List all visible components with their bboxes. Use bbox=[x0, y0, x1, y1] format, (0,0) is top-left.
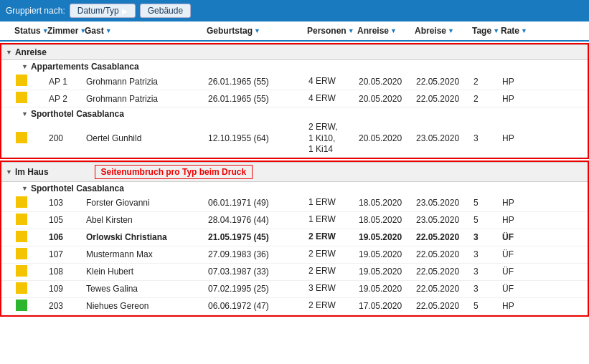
col-tage[interactable]: Tage ▼ bbox=[472, 26, 501, 36]
table-row[interactable]: 200 Oertel Gunhild 12.10.1955 (64) 2 ERW… bbox=[1, 120, 588, 158]
row-geburtstag: 07.02.1995 (25) bbox=[208, 284, 308, 294]
subsection-sporthotel-anreise-collapse-icon[interactable]: ▼ bbox=[22, 110, 28, 118]
row-rate: HP bbox=[502, 133, 531, 143]
subsection-sporthotel-imhaus-collapse-icon[interactable]: ▼ bbox=[22, 185, 28, 192]
row-gast: Oertel Gunhild bbox=[86, 133, 208, 143]
table-row[interactable]: 106 Orlowski Christiana 21.05.1975 (45) … bbox=[1, 229, 588, 246]
row-anreise: 20.05.2020 bbox=[359, 94, 416, 104]
table-row[interactable]: 109 Tewes Galina 07.02.1995 (25) 3 ERW 1… bbox=[1, 281, 588, 298]
row-abreise: 23.05.2020 bbox=[416, 133, 473, 143]
row-status bbox=[16, 300, 49, 313]
row-anreise: 19.05.2020 bbox=[359, 249, 416, 259]
table-row[interactable]: 108 Klein Hubert 07.03.1987 (33) 2 ERW 1… bbox=[1, 264, 588, 281]
row-gast: Mustermann Max bbox=[86, 249, 208, 259]
col-zimmer[interactable]: Zimmer ▼ bbox=[47, 26, 85, 36]
row-personen: 3 ERW bbox=[308, 283, 359, 294]
col-personen[interactable]: Personen ▼ bbox=[307, 26, 357, 36]
status-square bbox=[16, 300, 27, 311]
table-row[interactable]: AP 2 Grohmann Patrizia 26.01.1965 (55) 4… bbox=[1, 90, 588, 107]
im-haus-collapse-icon[interactable]: ▼ bbox=[6, 168, 12, 176]
im-haus-rows: 103 Forster Giovanni 06.01.1971 (49) 1 E… bbox=[1, 195, 588, 315]
col-geburtstag[interactable]: Geburtstag ▼ bbox=[207, 26, 307, 36]
table-row[interactable]: 105 Abel Kirsten 28.04.1976 (44) 1 ERW 1… bbox=[1, 212, 588, 229]
col-abreise[interactable]: Abreise ▼ bbox=[415, 26, 472, 36]
row-zimmer: 107 bbox=[49, 249, 86, 259]
row-zimmer: 106 bbox=[49, 232, 86, 242]
seitenumbruch-notification: Seitenumbruch pro Typ beim Druck bbox=[95, 165, 253, 179]
row-rate: ÜF bbox=[502, 284, 531, 294]
table-row[interactable]: 103 Forster Giovanni 06.01.1971 (49) 1 E… bbox=[1, 195, 588, 212]
filter-tage-icon[interactable]: ▼ bbox=[493, 27, 499, 34]
subsection-sporthotel-anreise-label: Sporthotel Casablanca bbox=[31, 109, 124, 119]
group-btn-1[interactable]: Datum/Typ ▶ bbox=[70, 4, 136, 18]
row-personen: 2 ERW,1 Ki10,1 Ki14 bbox=[308, 122, 359, 155]
table-row[interactable]: AP 1 Grohmann Patrizia 26.01.1965 (55) 4… bbox=[1, 73, 588, 90]
row-abreise: 23.05.2020 bbox=[416, 215, 473, 225]
row-personen: 4 ERW bbox=[308, 76, 359, 87]
row-abreise: 22.05.2020 bbox=[416, 267, 473, 277]
col-anreise[interactable]: Anreise ▼ bbox=[357, 26, 415, 36]
row-abreise: 22.05.2020 bbox=[416, 249, 473, 259]
col-status[interactable]: Status ▼ bbox=[14, 26, 47, 36]
filter-anreise-icon[interactable]: ▼ bbox=[390, 27, 397, 34]
group-btn-2[interactable]: Gebäude bbox=[140, 4, 191, 18]
row-geburtstag: 28.04.1976 (44) bbox=[208, 215, 308, 225]
row-tage: 5 bbox=[473, 198, 502, 208]
row-rate: ÜF bbox=[502, 232, 531, 242]
row-anreise: 20.05.2020 bbox=[359, 133, 416, 143]
row-geburtstag: 21.05.1975 (45) bbox=[208, 232, 308, 242]
row-status bbox=[16, 196, 49, 210]
filter-gast-icon[interactable]: ▼ bbox=[105, 27, 112, 34]
subsection-appartements-collapse-icon[interactable]: ▼ bbox=[22, 63, 28, 70]
row-anreise: 19.05.2020 bbox=[359, 232, 416, 242]
row-zimmer: 200 bbox=[49, 133, 86, 143]
row-anreise: 20.05.2020 bbox=[359, 77, 416, 87]
filter-rate-icon[interactable]: ▼ bbox=[521, 27, 527, 34]
row-personen: 2 ERW bbox=[308, 249, 359, 260]
table-row[interactable]: 107 Mustermann Max 27.09.1983 (36) 2 ERW… bbox=[1, 246, 588, 264]
row-zimmer: AP 2 bbox=[49, 94, 86, 104]
col-rate[interactable]: Rate ▼ bbox=[501, 26, 529, 36]
im-haus-label: Im Haus bbox=[15, 167, 49, 177]
row-status bbox=[16, 92, 49, 105]
subsection-appartements: ▼ Appartements Casablanca bbox=[1, 60, 588, 73]
status-square bbox=[16, 231, 27, 242]
table-row[interactable]: 203 Niehues Gereon 06.06.1972 (47) 2 ERW… bbox=[1, 298, 588, 315]
row-zimmer: 203 bbox=[49, 301, 86, 311]
row-abreise: 23.05.2020 bbox=[416, 198, 473, 208]
row-rate: HP bbox=[502, 215, 531, 225]
row-anreise: 17.05.2020 bbox=[359, 301, 416, 311]
row-abreise: 22.05.2020 bbox=[416, 77, 473, 87]
row-status bbox=[16, 75, 49, 88]
filter-abreise-icon[interactable]: ▼ bbox=[448, 27, 454, 34]
anreise-section: ▼ Anreise ▼ Appartements Casablanca AP 1… bbox=[0, 43, 589, 159]
anreise-section-header[interactable]: ▼ Anreise bbox=[1, 44, 588, 60]
row-zimmer: 105 bbox=[49, 215, 86, 225]
row-geburtstag: 26.01.1965 (55) bbox=[208, 77, 308, 87]
row-tage: 3 bbox=[473, 249, 502, 259]
row-tage: 3 bbox=[473, 284, 502, 294]
col-gast[interactable]: Gast ▼ bbox=[85, 26, 207, 36]
status-square bbox=[16, 132, 27, 143]
row-rate: ÜF bbox=[502, 249, 531, 259]
row-zimmer: 108 bbox=[49, 267, 86, 277]
top-bar: Gruppiert nach: Datum/Typ ▶ Gebäude bbox=[0, 0, 589, 21]
row-rate: HP bbox=[502, 77, 531, 87]
row-gast: Grohmann Patrizia bbox=[86, 94, 208, 104]
anreise-collapse-icon[interactable]: ▼ bbox=[6, 49, 12, 56]
row-personen: 1 ERW bbox=[308, 197, 359, 209]
filter-personen-icon[interactable]: ▼ bbox=[348, 27, 354, 34]
row-personen: 2 ERW bbox=[308, 266, 359, 277]
im-haus-section-header[interactable]: ▼ Im Haus Seitenumbruch pro Typ beim Dru… bbox=[1, 162, 588, 182]
row-rate: HP bbox=[502, 94, 531, 104]
row-geburtstag: 12.10.1955 (64) bbox=[208, 133, 308, 143]
row-personen: 4 ERW bbox=[308, 93, 359, 105]
row-geburtstag: 26.01.1965 (55) bbox=[208, 94, 308, 104]
row-tage: 2 bbox=[473, 77, 502, 87]
filter-geburtstag-icon[interactable]: ▼ bbox=[254, 27, 260, 34]
row-rate: ÜF bbox=[502, 267, 531, 277]
row-gast: Orlowski Christiana bbox=[86, 232, 208, 242]
row-anreise: 18.05.2020 bbox=[359, 198, 416, 208]
row-geburtstag: 06.06.1972 (47) bbox=[208, 301, 308, 311]
row-rate: HP bbox=[502, 301, 531, 311]
